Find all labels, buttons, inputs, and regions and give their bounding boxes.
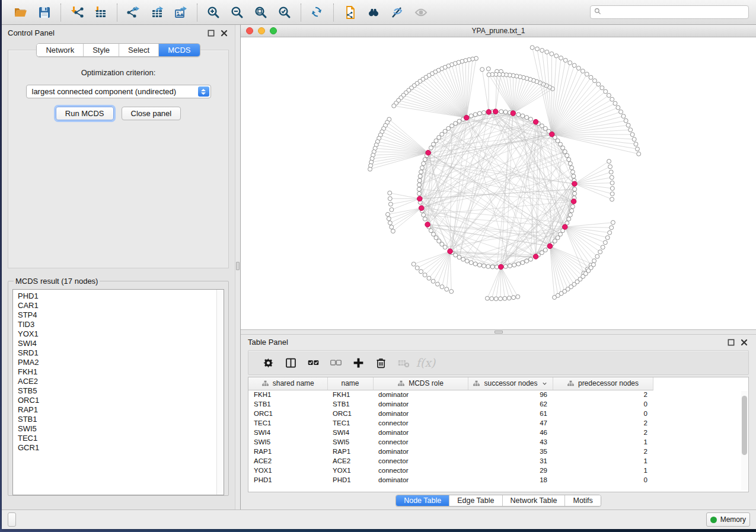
column-header-shared-name[interactable]: shared name: [248, 377, 327, 390]
list-item[interactable]: SWI4: [18, 339, 219, 348]
memory-button[interactable]: Memory: [706, 512, 750, 527]
network-window-titlebar[interactable]: YPA_prune.txt_1: [241, 25, 756, 37]
list-item[interactable]: STB1: [18, 415, 219, 424]
import-network-button[interactable]: [65, 2, 89, 23]
float-panel-icon[interactable]: [726, 338, 736, 347]
table-row[interactable]: SWI4SWI4dominator462: [248, 428, 653, 437]
list-item[interactable]: STP4: [18, 310, 219, 320]
zoom-out-button[interactable]: [225, 2, 249, 23]
horizontal-splitter[interactable]: [241, 329, 756, 335]
save-session-button[interactable]: [33, 2, 56, 23]
run-mcds-button[interactable]: Run MCDS: [56, 107, 114, 120]
mcds-result-list[interactable]: PHD1CAR1STP4TID3YOX1SWI4SRD1PMA2FKH1ACE2…: [12, 289, 224, 495]
criterion-select[interactable]: largest connected component (undirected): [26, 85, 211, 98]
select-all-button[interactable]: [302, 352, 324, 373]
criterion-value: largest connected component (undirected): [32, 87, 177, 96]
deselect-all-button[interactable]: [324, 352, 347, 373]
splitter-handle[interactable]: [236, 262, 240, 270]
table-row[interactable]: FKH1FKH1dominator962: [248, 390, 653, 399]
find-button[interactable]: [362, 2, 385, 23]
column-header-predecessor-nodes[interactable]: predecessor nodes: [553, 377, 653, 390]
clone-network-button[interactable]: [338, 2, 362, 23]
close-panel-icon[interactable]: [219, 29, 229, 37]
import-table-button[interactable]: [89, 2, 113, 23]
table-row[interactable]: STB1STB1dominator620: [248, 399, 653, 409]
table-row[interactable]: ACE2ACE2connector311: [248, 456, 653, 466]
tab-select[interactable]: Select: [119, 44, 159, 56]
scrollbar-thumb[interactable]: [742, 396, 747, 455]
list-item[interactable]: ACE2: [18, 377, 219, 386]
memory-status-icon: [710, 517, 717, 523]
table-row[interactable]: PHD1PHD1dominator180: [248, 475, 653, 485]
refresh-button[interactable]: [305, 2, 329, 23]
search-input[interactable]: [605, 8, 745, 17]
tab-network-table[interactable]: Network Table: [503, 495, 566, 506]
close-panel-button[interactable]: Close panel: [122, 107, 181, 120]
maximize-window-icon[interactable]: [270, 27, 277, 34]
show-details-button[interactable]: [409, 2, 433, 23]
list-item[interactable]: YOX1: [18, 329, 219, 339]
table-row[interactable]: SWI5SWI5connector431: [248, 437, 653, 447]
main-toolbar: [2, 0, 756, 25]
list-item[interactable]: TEC1: [18, 434, 219, 443]
status-menu-button[interactable]: [8, 512, 16, 527]
hierarchy-icon: [261, 380, 269, 387]
export-image-button[interactable]: [169, 2, 193, 23]
tab-motifs[interactable]: Motifs: [565, 495, 600, 506]
table-row[interactable]: TEC1TEC1connector472: [248, 418, 653, 428]
list-item[interactable]: ORC1: [18, 396, 219, 405]
list-item[interactable]: PHD1: [18, 291, 219, 301]
list-item[interactable]: TID3: [18, 320, 219, 329]
delete-column-button[interactable]: [369, 352, 392, 373]
open-file-button[interactable]: [9, 2, 33, 23]
search-field[interactable]: [590, 5, 749, 19]
list-item[interactable]: SWI5: [18, 424, 219, 434]
add-column-button[interactable]: [347, 352, 369, 373]
list-item[interactable]: RAP1: [18, 405, 219, 415]
hierarchy-icon: [397, 380, 405, 387]
tab-style[interactable]: Style: [84, 44, 119, 56]
list-item[interactable]: STB5: [18, 386, 219, 396]
app-window: Control Panel NetworkStyleSelectMCDS Opt…: [2, 0, 756, 529]
hierarchy-icon: [473, 380, 480, 387]
vertical-splitter[interactable]: [235, 25, 241, 509]
mcds-pane: Optimization criterion: largest connecte…: [8, 50, 229, 268]
network-canvas[interactable]: [241, 37, 756, 329]
column-header-name[interactable]: name: [327, 377, 373, 390]
mcds-result-group: MCDS result (17 nodes) PHD1CAR1STP4TID3Y…: [8, 277, 229, 496]
splitter-handle[interactable]: [495, 331, 503, 334]
minimize-window-icon[interactable]: [258, 27, 265, 34]
zoom-in-button[interactable]: [202, 2, 225, 23]
memory-label: Memory: [720, 515, 746, 524]
table-scrollbar[interactable]: [741, 391, 748, 491]
toolbar-buttons: [9, 2, 433, 23]
table-row[interactable]: YOX1YOX1connector291: [248, 466, 653, 475]
table-row[interactable]: RAP1RAP1dominator352: [248, 447, 653, 456]
list-item[interactable]: CAR1: [18, 301, 219, 310]
list-scrollbar[interactable]: [216, 290, 224, 495]
table-settings-button[interactable]: [257, 352, 279, 373]
delete-table-button: [392, 352, 414, 373]
tab-network[interactable]: Network: [37, 44, 84, 56]
float-panel-icon[interactable]: [206, 29, 216, 37]
network-graph[interactable]: [241, 37, 756, 329]
tab-edge-table[interactable]: Edge Table: [449, 495, 502, 506]
list-item[interactable]: PMA2: [18, 358, 219, 367]
tab-node-table[interactable]: Node Table: [396, 495, 449, 506]
export-network-button[interactable]: [122, 2, 145, 23]
close-window-icon[interactable]: [246, 27, 253, 34]
zoom-selected-button[interactable]: [273, 2, 296, 23]
list-item[interactable]: SRD1: [18, 348, 219, 358]
export-table-button[interactable]: [145, 2, 169, 23]
column-header-successor-nodes[interactable]: successor nodes: [468, 377, 553, 390]
control-panel: Control Panel NetworkStyleSelectMCDS Opt…: [2, 25, 235, 509]
list-item[interactable]: FKH1: [18, 367, 219, 377]
column-header-MCDS-role[interactable]: MCDS role: [373, 377, 468, 390]
list-item[interactable]: GCR1: [18, 443, 219, 453]
table-row[interactable]: ORC1ORC1dominator610: [248, 409, 653, 418]
zoom-fit-button[interactable]: [249, 2, 273, 23]
show-column-panel-button[interactable]: [279, 352, 302, 373]
close-panel-icon[interactable]: [739, 338, 749, 347]
toggle-graphics-details-button[interactable]: [385, 2, 409, 23]
tab-mcds[interactable]: MCDS: [159, 44, 199, 56]
